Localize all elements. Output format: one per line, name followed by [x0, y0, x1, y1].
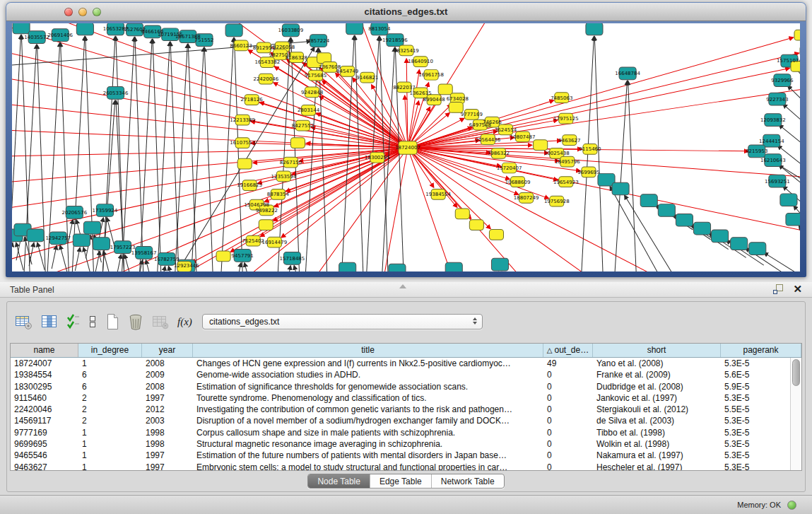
- table-cell: 1: [78, 438, 142, 450]
- graph-node[interactable]: [586, 23, 603, 35]
- graph-node[interactable]: [237, 158, 252, 169]
- table-row[interactable]: 946554611997Estimation of the future num…: [11, 450, 790, 461]
- table-cell: 2009: [142, 369, 193, 380]
- graph-node[interactable]: [76, 23, 93, 35]
- graph-node[interactable]: [438, 84, 452, 95]
- graph-node[interactable]: [73, 234, 90, 247]
- close-window-button[interactable]: [64, 8, 73, 16]
- table-selector-dropdown[interactable]: citations_edges.txt: [202, 314, 483, 329]
- graph-node[interactable]: [534, 140, 548, 151]
- table-row[interactable]: 1456911722003Disruption of a novel membe…: [11, 415, 790, 426]
- split-pane-handle[interactable]: [399, 284, 406, 288]
- column-header-name[interactable]: name: [11, 344, 78, 357]
- tab-node-table[interactable]: Node Table: [308, 474, 370, 488]
- column-header-out-degree[interactable]: △out_de…: [543, 344, 593, 357]
- network-view[interactable]: 1403557220691406106532871527602646616010…: [12, 23, 800, 271]
- minimize-window-button[interactable]: [78, 8, 87, 16]
- zoom-window-button[interactable]: [93, 8, 101, 16]
- graph-node[interactable]: [389, 264, 406, 271]
- tab-network-table[interactable]: Network Table: [431, 474, 504, 488]
- graph-node[interactable]: [786, 213, 800, 226]
- row-height-button[interactable]: [88, 313, 98, 330]
- graph-node[interactable]: [445, 262, 462, 271]
- table-cell: 9465546: [11, 450, 78, 461]
- table-row[interactable]: 946362711997Embryonic stem cells: a mode…: [11, 462, 790, 471]
- table-cell: 5.3E-5: [721, 392, 790, 404]
- graph-node[interactable]: [455, 209, 469, 219]
- table-cell: de Silva et al. (2003): [593, 415, 721, 426]
- graph-node-label: 19218596: [382, 37, 408, 43]
- table-scrollbar-thumb[interactable]: [792, 359, 800, 386]
- table-cell: 1997: [142, 450, 193, 461]
- graph-node-label: 13958167: [131, 250, 157, 256]
- graph-node[interactable]: [693, 222, 710, 235]
- window-titlebar[interactable]: citations_edges.txt: [6, 3, 806, 21]
- graph-node[interactable]: [83, 221, 100, 234]
- graph-node[interactable]: [658, 204, 675, 217]
- table-row[interactable]: 911546021997Tourette syndrome. Phenomeno…: [11, 392, 790, 404]
- graph-node[interactable]: [749, 243, 766, 255]
- graph-node-label: 16033809: [278, 28, 304, 33]
- graph-node[interactable]: [259, 220, 273, 230]
- graph-node-label: 9175685: [305, 73, 326, 78]
- graph-node-label: 6734028: [447, 96, 469, 102]
- float-panel-icon[interactable]: [773, 284, 783, 294]
- tab-edge-table[interactable]: Edge Table: [370, 474, 431, 488]
- column-header-pagerank[interactable]: pagerank: [721, 344, 801, 357]
- graph-node-label: 19166825: [237, 183, 262, 189]
- graph-node[interactable]: [712, 230, 729, 243]
- table-row[interactable]: 1938455462009Genome-wide association stu…: [11, 369, 790, 380]
- graph-node[interactable]: [93, 238, 110, 250]
- graph-node[interactable]: [640, 194, 657, 207]
- graph-node[interactable]: [13, 23, 30, 34]
- table-cell: 18724007: [11, 358, 78, 369]
- graph-node-label: 15046798: [244, 202, 269, 208]
- graph-node[interactable]: [225, 24, 242, 37]
- window-title: citations_edges.txt: [6, 3, 806, 21]
- select-columns-button[interactable]: [66, 313, 81, 330]
- table-mode-button[interactable]: [14, 313, 33, 331]
- table-row[interactable]: 977716911998Corpus callosum shape and si…: [11, 427, 790, 438]
- table-row[interactable]: 1872400712008Changes of HCN gene express…: [11, 358, 790, 369]
- close-panel-icon[interactable]: ✕: [793, 284, 802, 294]
- graph-node-label: 18300295: [365, 155, 390, 160]
- graph-node-label: 16210643: [760, 158, 786, 163]
- table-scrollbar[interactable]: [790, 358, 801, 470]
- graph-node[interactable]: [290, 138, 305, 148]
- graph-node-label: 9146821: [356, 75, 378, 81]
- graph-node[interactable]: [346, 23, 363, 35]
- new-table-button[interactable]: [105, 313, 120, 331]
- graph-node[interactable]: [731, 238, 748, 250]
- column-header-short[interactable]: short: [593, 344, 721, 357]
- graph-node-label: 2718126: [241, 98, 263, 103]
- graph-node[interactable]: [491, 258, 508, 271]
- graph-node-label: 12093832: [760, 117, 786, 123]
- graph-node-label: 10025438: [544, 151, 570, 156]
- graph-node[interactable]: [27, 229, 44, 242]
- import-table-button-disabled[interactable]: [151, 313, 170, 330]
- column-header-year[interactable]: year: [142, 344, 193, 357]
- table-row[interactable]: 1830029562008Estimation of significance …: [11, 381, 790, 392]
- graph-node[interactable]: [612, 182, 629, 195]
- graph-node[interactable]: [780, 194, 797, 206]
- node-table: name in_degree year title △out_de… short…: [10, 343, 802, 471]
- function-builder-button[interactable]: f(x): [177, 315, 193, 329]
- table-cell: 1: [78, 358, 142, 369]
- graph-node[interactable]: [469, 220, 483, 230]
- graph-node[interactable]: [216, 251, 230, 262]
- delete-table-button[interactable]: [127, 313, 144, 331]
- table-cell: 0: [543, 404, 593, 415]
- table-row[interactable]: 2242004622012Investigating the contribut…: [11, 404, 790, 415]
- graph-node[interactable]: [339, 262, 356, 271]
- memory-status-label: Memory: OK: [737, 496, 781, 514]
- graph-node[interactable]: [489, 230, 503, 240]
- graph-node[interactable]: [676, 214, 693, 226]
- column-header-in-degree[interactable]: in_degree: [78, 344, 142, 357]
- table-row[interactable]: 969969511998Structural magnetic resonanc…: [11, 438, 790, 450]
- show-column-button[interactable]: [40, 313, 59, 330]
- graph-node[interactable]: [794, 30, 800, 40]
- graph-node[interactable]: [449, 103, 463, 113]
- table-disabled-icon: [152, 314, 169, 329]
- table-cell: 2: [78, 404, 142, 415]
- column-header-title[interactable]: title: [193, 344, 543, 357]
